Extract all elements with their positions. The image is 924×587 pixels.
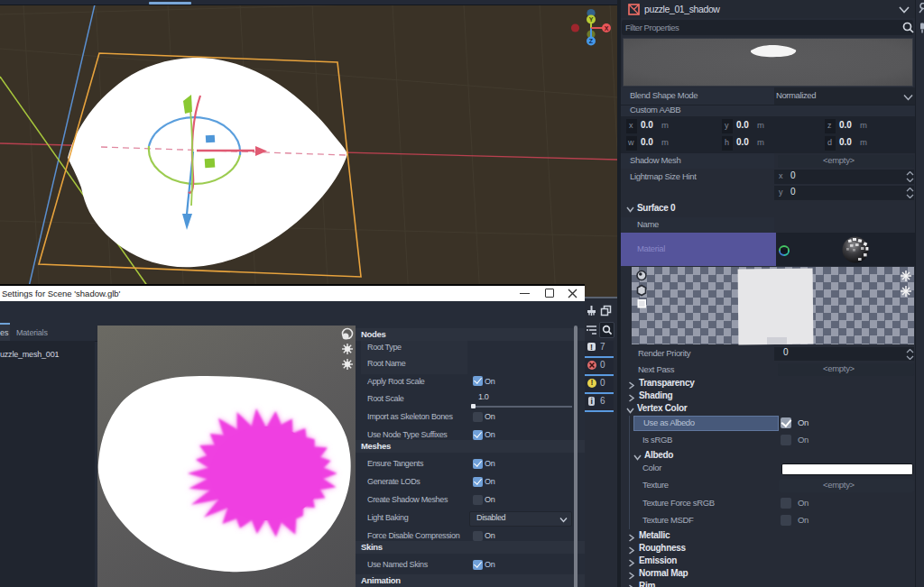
svg-text:Z: Z <box>589 38 594 44</box>
svg-text:X: X <box>605 25 609 32</box>
svg-text:Y: Y <box>589 16 594 23</box>
